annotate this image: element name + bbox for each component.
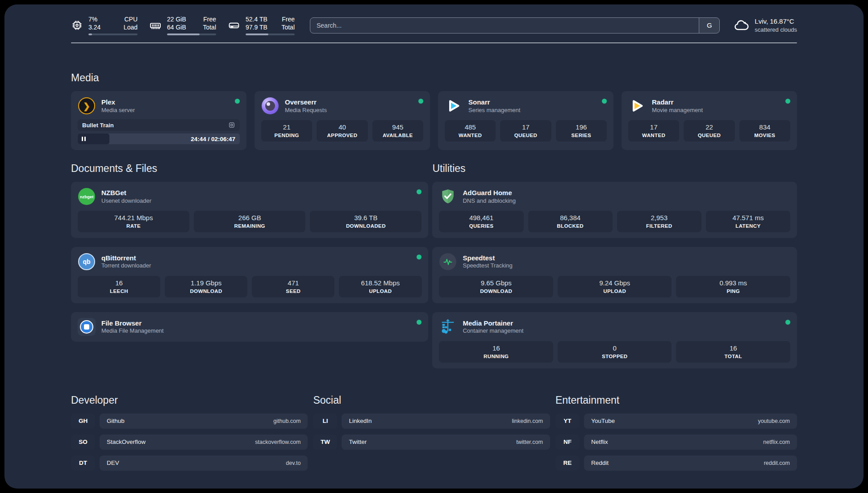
- ram-icon: [149, 19, 162, 32]
- stat-pending: 21 PENDING: [261, 120, 312, 142]
- app-subtitle: Speedtest Tracking: [463, 262, 512, 270]
- overseerr-icon: [261, 97, 279, 115]
- link-name: Twitter: [349, 439, 367, 445]
- link-linkedin[interactable]: LI LinkedIn linkedin.com: [313, 414, 550, 429]
- section-title-media: Media: [71, 72, 797, 84]
- link-reddit[interactable]: RE Reddit reddit.com: [555, 455, 797, 471]
- status-dot: [417, 189, 421, 194]
- stat-seed: 471 SEED: [252, 276, 334, 297]
- link-prefix-badge: LI: [313, 414, 337, 429]
- video-icon[interactable]: [228, 121, 235, 129]
- link-name: DEV: [107, 460, 119, 466]
- link-dev[interactable]: DT DEV dev.to: [71, 455, 308, 471]
- status-dot: [418, 99, 423, 104]
- app-name: Media Portainer: [463, 319, 523, 328]
- link-name: YouTube: [591, 418, 615, 424]
- disk-free-value: 52.4 TB: [246, 15, 267, 23]
- status-dot: [417, 255, 421, 259]
- stat-available: 945 AVAILABLE: [372, 120, 423, 142]
- app-name: NZBGet: [101, 188, 151, 197]
- disk-progress-track: [246, 33, 295, 35]
- pause-icon[interactable]: [82, 137, 86, 141]
- ram-free-label: Free: [203, 15, 216, 23]
- status-dot: [235, 99, 240, 104]
- app-name: qBittorrent: [101, 254, 151, 263]
- section-title-utilities: Utilities: [432, 163, 797, 175]
- stat-blocked: 86,384 BLOCKED: [528, 211, 613, 232]
- stat-filtered: 2,953 FILTERED: [617, 211, 701, 232]
- weather-location-temp: Lviv, 16.87°C: [755, 17, 797, 26]
- app-name: File Browser: [101, 319, 163, 328]
- app-card-overseerr[interactable]: Overseerr Media Requests 21 PENDING 40 A…: [255, 91, 430, 150]
- status-dot: [785, 99, 790, 104]
- app-name: Speedtest: [463, 254, 512, 263]
- link-prefix-badge: SO: [71, 435, 95, 450]
- app-subtitle: Container management: [463, 327, 523, 335]
- stat-leech: 16 LEECH: [78, 276, 160, 297]
- app-name: Overseerr: [285, 98, 327, 107]
- app-name: Sonarr: [468, 98, 520, 107]
- sonarr-icon: [445, 97, 463, 115]
- app-subtitle: Media Requests: [285, 107, 327, 114]
- link-prefix-badge: YT: [555, 414, 580, 429]
- app-card-nzbget[interactable]: nzbget NZBGet Usenet downloader 744.21 M…: [71, 182, 428, 238]
- link-url: stackoverflow.com: [255, 439, 300, 445]
- app-card-portainer[interactable]: Media Portainer Container management 16 …: [432, 312, 797, 368]
- app-subtitle: DNS and adblocking: [463, 197, 516, 205]
- app-card-radarr[interactable]: Radarr Movie management 17 WANTED 22 QUE…: [622, 91, 797, 150]
- disk-total-label: Total: [281, 23, 295, 31]
- app-card-sonarr[interactable]: Sonarr Series management 485 WANTED 17 Q…: [438, 91, 613, 150]
- app-card-adguard[interactable]: AdGuard Home DNS and adblocking 498,461 …: [432, 182, 797, 238]
- app-subtitle: Media File Management: [101, 327, 163, 335]
- stat-upload: 9.24 Gbps UPLOAD: [558, 276, 672, 297]
- search-bar: G: [310, 17, 720, 33]
- link-netflix[interactable]: NF Netflix netflix.com: [555, 435, 797, 450]
- link-name: StackOverflow: [107, 439, 146, 445]
- stat-queries: 498,461 QUERIES: [439, 211, 523, 232]
- stat-downloaded: 39.6 TB DOWNLOADED: [310, 211, 421, 232]
- stat-series: 196 SERIES: [556, 120, 607, 142]
- link-youtube[interactable]: YT YouTube youtube.com: [555, 414, 797, 429]
- app-subtitle: Media server: [101, 107, 135, 114]
- search-engine-button[interactable]: G: [699, 18, 719, 33]
- app-card-qbittorrent[interactable]: qb qBittorrent Torrent downloader 16: [71, 247, 428, 303]
- media-grid: ❯ Plex Media server Bullet Train: [71, 91, 797, 150]
- app-card-filebrowser[interactable]: File Browser Media File Management: [71, 312, 428, 342]
- stat-latency: 47.571 ms LATENCY: [706, 211, 790, 232]
- app-name: AdGuard Home: [463, 188, 516, 197]
- ram-total-label: Total: [203, 23, 216, 31]
- stat-total: 16 TOTAL: [676, 341, 790, 363]
- disk-free-label: Free: [281, 15, 295, 23]
- link-name: Github: [107, 418, 125, 424]
- link-name: Netflix: [591, 439, 608, 445]
- memory-stat: 22 GiB 64 GiB Free Total: [149, 15, 216, 35]
- topbar-divider: [71, 42, 797, 43]
- section-title-documents: Documents & Files: [71, 163, 428, 175]
- link-url: reddit.com: [764, 460, 790, 466]
- link-name: LinkedIn: [349, 418, 371, 424]
- link-prefix-badge: NF: [555, 435, 580, 450]
- ram-progress-fill: [167, 33, 200, 35]
- link-prefix-badge: DT: [71, 455, 95, 471]
- app-card-plex[interactable]: ❯ Plex Media server Bullet Train: [71, 91, 246, 150]
- now-playing-title: Bullet Train: [82, 122, 114, 129]
- cpu-usage-value: 7%: [88, 15, 100, 23]
- weather-widget: Lviv, 16.87°C scattered clouds: [733, 17, 797, 34]
- link-twitter[interactable]: TW Twitter twitter.com: [313, 435, 550, 450]
- link-github[interactable]: GH Github github.com: [71, 414, 308, 429]
- cpu-usage-label: CPU: [124, 15, 138, 23]
- cpu-progress-fill: [88, 33, 92, 35]
- now-playing-row: Bullet Train: [78, 119, 240, 131]
- app-name: Plex: [101, 98, 135, 107]
- stat-stopped: 0 STOPPED: [558, 341, 672, 363]
- stat-approved: 40 APPROVED: [317, 120, 367, 142]
- stat-ping: 0.993 ms PING: [676, 276, 790, 297]
- app-card-speedtest[interactable]: Speedtest Speedtest Tracking 9.65 Gbps D…: [432, 247, 797, 303]
- link-stackoverflow[interactable]: SO StackOverflow stackoverflow.com: [71, 435, 308, 450]
- disk-stat: 52.4 TB 97.9 TB Free Total: [228, 15, 295, 35]
- stat-movies: 834 MOVIES: [739, 120, 790, 142]
- stat-queued: 17 QUEUED: [500, 120, 551, 142]
- topbar: 7% 3.24 CPU Load: [71, 15, 797, 35]
- weather-condition: scattered clouds: [755, 26, 797, 34]
- search-input[interactable]: [310, 18, 699, 33]
